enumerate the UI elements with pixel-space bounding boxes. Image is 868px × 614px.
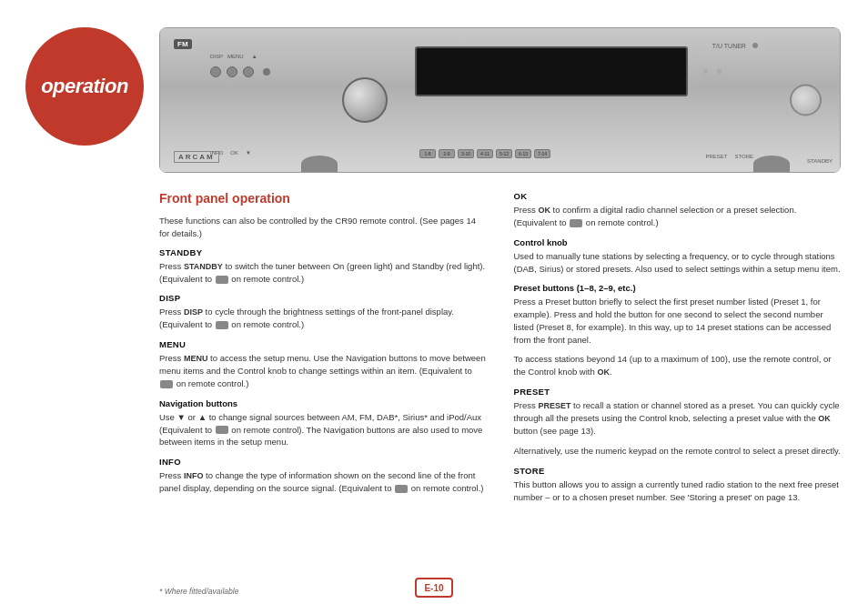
preset-buttons-body2: To access stations beyond 14 (up to a ma… (514, 353, 842, 378)
device-image: FM DISP MENU ▲ INFO OK ▼ T/U TUNER (159, 27, 841, 173)
operation-badge: operation (25, 27, 144, 146)
display-screen (415, 46, 688, 96)
ok-section: OK Press OK to confirm a digital radio c… (514, 191, 842, 229)
info-body: Press INFO to change the type of informa… (159, 469, 487, 495)
standby-button (790, 85, 822, 116)
standby-section: STANDBY Press STANDBY to switch the tune… (159, 247, 487, 286)
disp-title: DISP (159, 293, 487, 303)
right-column: OK Press OK to confirm a digital radio c… (514, 191, 842, 596)
store-title: STORE (514, 466, 842, 476)
arcam-logo: ARCAM (174, 150, 219, 161)
store-section: STORE This button allows you to assign a… (514, 466, 842, 504)
fm-badge: FM (174, 37, 192, 48)
intro-text: These functions can also be controlled b… (159, 215, 487, 240)
disp-section: DISP Press DISP to cycle through the bri… (159, 293, 487, 331)
page-number: E-10 (424, 583, 443, 593)
control-knob-section: Control knob Used to manually tune stati… (514, 237, 842, 276)
small-buttons (210, 66, 270, 77)
section-title: Front panel operation (159, 191, 487, 206)
info-title: INFO (159, 457, 487, 467)
navigation-section: Navigation buttons Use ▼ or ▲ to change … (159, 398, 487, 448)
preset-body2: Alternatively, use the numeric keypad on… (514, 445, 842, 458)
menu-section: MENU Press MENU to access the setup menu… (159, 339, 487, 390)
preset-buttons-row: 1-8 2-9 3-10 4-11 5-12 6-13 7-14 (419, 149, 550, 158)
ok-body: Press OK to confirm a digital radio chan… (514, 204, 842, 229)
standby-label: STANDBY (807, 154, 833, 165)
left-column: Front panel operation These functions ca… (159, 191, 487, 596)
menu-title: MENU (159, 339, 487, 349)
navigation-body: Use ▼ or ▲ to change signal sources betw… (159, 411, 487, 448)
main-content: Front panel operation These functions ca… (159, 191, 841, 596)
preset-section: PRESET Press PRESET to recall a station … (514, 387, 842, 458)
footnote: * Where fitted/available (159, 587, 238, 596)
page-badge: E-10 (415, 578, 453, 598)
navigation-title: Navigation buttons (159, 398, 487, 408)
preset-body: Press PRESET to recall a station or chan… (514, 399, 842, 438)
port-right (753, 156, 790, 172)
tuner-label: T/U TUNER (712, 39, 758, 50)
operation-label: operation (41, 75, 128, 98)
control-knob-title: Control knob (514, 237, 842, 247)
standby-body: Press STANDBY to switch the tuner betwee… (159, 260, 487, 286)
standby-title: STANDBY (159, 247, 487, 257)
ok-title: OK (514, 191, 842, 201)
port-left (301, 156, 338, 172)
info-section: INFO Press INFO to change the type of in… (159, 457, 487, 495)
preset-buttons-section: Preset buttons (1–8, 2–9, etc.) Press a … (514, 283, 842, 378)
preset-buttons-body: Press a Preset button briefly to select … (514, 296, 842, 346)
control-knob (342, 77, 388, 123)
preset-title: PRESET (514, 387, 842, 397)
receiver-panel: FM DISP MENU ▲ INFO OK ▼ T/U TUNER (159, 27, 841, 173)
store-body: This button allows you to assign a curre… (514, 478, 842, 504)
menu-body: Press MENU to access the setup menu. Use… (159, 352, 487, 390)
disp-body: Press DISP to cycle through the brightne… (159, 306, 487, 331)
control-knob-body: Used to manually tune stations by select… (514, 250, 842, 276)
preset-store-labels: PRESET STORE (705, 154, 753, 159)
indicator-dots (703, 69, 722, 74)
preset-buttons-title: Preset buttons (1–8, 2–9, etc.) (514, 283, 842, 293)
top-buttons: DISP MENU ▲ (210, 54, 257, 59)
